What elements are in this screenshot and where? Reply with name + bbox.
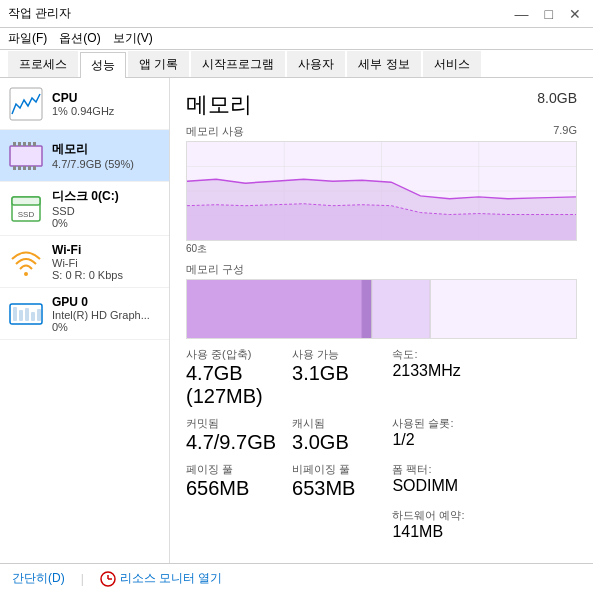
svg-rect-31 (362, 280, 372, 338)
footer-simple[interactable]: 간단히(D) (12, 570, 65, 587)
sidebar-item-cpu[interactable]: CPU 1% 0.94GHz (0, 78, 169, 130)
cpu-icon (8, 86, 44, 122)
main-content: CPU 1% 0.94GHz (0, 78, 593, 563)
stat-empty5 (292, 508, 376, 541)
stat-available-label: 사용 가능 (292, 347, 376, 362)
svg-rect-4 (23, 166, 26, 170)
stat-hw-reserved: 하드웨어 예약: 141MB (392, 508, 476, 541)
sidebar-item-wifi[interactable]: Wi-Fi Wi-Fi S: 0 R: 0 Kbps (0, 236, 169, 288)
svg-rect-11 (33, 142, 36, 146)
stat-form-factor: 폼 팩터: SODIMM (392, 462, 476, 500)
memory-detail: 4.7/7.9GB (59%) (52, 158, 161, 170)
svg-rect-18 (19, 310, 23, 321)
stat-slots: 사용된 슬롯: 1/2 (392, 416, 476, 454)
footer-resource-monitor[interactable]: 리소스 모니터 열기 (100, 570, 223, 587)
resource-monitor-icon (100, 571, 116, 587)
gpu-label: GPU 0 (52, 295, 161, 309)
stat-committed-value: 4.7/9.7GB (186, 431, 276, 454)
cpu-label: CPU (52, 91, 161, 105)
stat-paged-label: 페이징 풀 (186, 462, 276, 477)
minimize-button[interactable]: — (511, 6, 533, 22)
sidebar-item-disk[interactable]: SSD 디스크 0(C:) SSD 0% (0, 182, 169, 236)
stat-cached-label: 캐시됨 (292, 416, 376, 431)
sidebar-item-gpu[interactable]: GPU 0 Intel(R) HD Graph... 0% (0, 288, 169, 340)
tab-process[interactable]: 프로세스 (8, 51, 78, 77)
footer: 간단히(D) | 리소스 모니터 열기 (0, 563, 593, 593)
footer-separator: | (81, 572, 84, 586)
tab-details[interactable]: 세부 정보 (347, 51, 420, 77)
tab-users[interactable]: 사용자 (287, 51, 345, 77)
menu-view[interactable]: 보기(V) (113, 30, 153, 47)
svg-text:SSD: SSD (18, 210, 35, 219)
tab-performance[interactable]: 성능 (80, 52, 126, 78)
stat-cached: 캐시됨 3.0GB (292, 416, 376, 454)
title-bar-controls: — □ ✕ (511, 6, 585, 22)
tab-services[interactable]: 서비스 (423, 51, 481, 77)
svg-rect-3 (18, 166, 21, 170)
stat-paged: 페이징 풀 656MB (186, 462, 276, 500)
stat-available: 사용 가능 3.1GB (292, 347, 376, 408)
stat-empty3 (493, 462, 577, 500)
footer-simple-label: 간단히(D) (12, 570, 65, 587)
stat-paged-value: 656MB (186, 477, 276, 500)
svg-rect-21 (37, 309, 41, 321)
graph2-label-row: 메모리 구성 (186, 262, 577, 277)
menu-file[interactable]: 파일(F) (8, 30, 47, 47)
stat-empty2 (493, 416, 577, 454)
sidebar-item-memory[interactable]: 메모리 4.7/7.9GB (59%) (0, 130, 169, 182)
detail-top-value: 8.0GB (537, 90, 577, 106)
gpu-icon (8, 296, 44, 332)
stat-committed: 커밋됨 4.7/9.7GB (186, 416, 276, 454)
svg-rect-6 (33, 166, 36, 170)
stat-speed-value: 2133MHz (392, 362, 476, 380)
stat-speed: 속도: 2133MHz (392, 347, 476, 408)
stat-nonpaged: 비페이징 풀 653MB (292, 462, 376, 500)
tab-startup[interactable]: 시작프로그램 (191, 51, 285, 77)
window-title: 작업 관리자 (8, 5, 71, 22)
memory-composition-graph (186, 279, 577, 339)
disk-label: 디스크 0(C:) (52, 188, 161, 205)
stat-form-factor-label: 폼 팩터: (392, 462, 476, 477)
svg-rect-13 (12, 197, 40, 205)
footer-resource-monitor-label: 리소스 모니터 열기 (120, 570, 223, 587)
stat-speed-label: 속도: (392, 347, 476, 362)
cpu-detail: 1% 0.94GHz (52, 105, 161, 117)
svg-rect-30 (187, 280, 362, 338)
svg-rect-7 (13, 142, 16, 146)
svg-rect-19 (25, 308, 29, 321)
detail-panel: 메모리 8.0GB 메모리 사용 7.9G (170, 78, 593, 563)
svg-rect-2 (13, 166, 16, 170)
wifi-detail2: S: 0 R: 0 Kbps (52, 269, 161, 281)
stat-hw-reserved-value: 141MB (392, 523, 476, 541)
svg-rect-17 (13, 307, 17, 321)
detail-header: 메모리 8.0GB (186, 90, 577, 120)
graph2-label: 메모리 구성 (186, 262, 244, 277)
svg-point-15 (24, 272, 28, 276)
svg-rect-9 (23, 142, 26, 146)
tab-app-history[interactable]: 앱 기록 (128, 51, 189, 77)
menu-options[interactable]: 옵션(O) (59, 30, 100, 47)
graph1-label: 메모리 사용 (186, 124, 244, 139)
memory-label: 메모리 (52, 141, 161, 158)
disk-icon: SSD (8, 191, 44, 227)
gpu-sidebar-text: GPU 0 Intel(R) HD Graph... 0% (52, 295, 161, 333)
cpu-sidebar-text: CPU 1% 0.94GHz (52, 91, 161, 117)
menu-bar: 파일(F) 옵션(O) 보기(V) (0, 28, 593, 50)
wifi-sidebar-text: Wi-Fi Wi-Fi S: 0 R: 0 Kbps (52, 243, 161, 281)
tabs-bar: 프로세스 성능 앱 기록 시작프로그램 사용자 세부 정보 서비스 (0, 50, 593, 78)
stat-empty4 (186, 508, 276, 541)
close-button[interactable]: ✕ (565, 6, 585, 22)
stat-available-value: 3.1GB (292, 362, 376, 385)
sidebar: CPU 1% 0.94GHz (0, 78, 170, 563)
memory-composition-section: 메모리 구성 (186, 262, 577, 339)
disk-detail2: 0% (52, 217, 161, 229)
stat-committed-label: 커밋됨 (186, 416, 276, 431)
wifi-icon (8, 244, 44, 280)
stat-in-use-label: 사용 중(압축) (186, 347, 276, 362)
detail-title: 메모리 (186, 90, 252, 120)
svg-rect-5 (28, 166, 31, 170)
title-bar: 작업 관리자 — □ ✕ (0, 0, 593, 28)
maximize-button[interactable]: □ (541, 6, 557, 22)
svg-rect-32 (372, 280, 430, 338)
stat-slots-value: 1/2 (392, 431, 476, 449)
